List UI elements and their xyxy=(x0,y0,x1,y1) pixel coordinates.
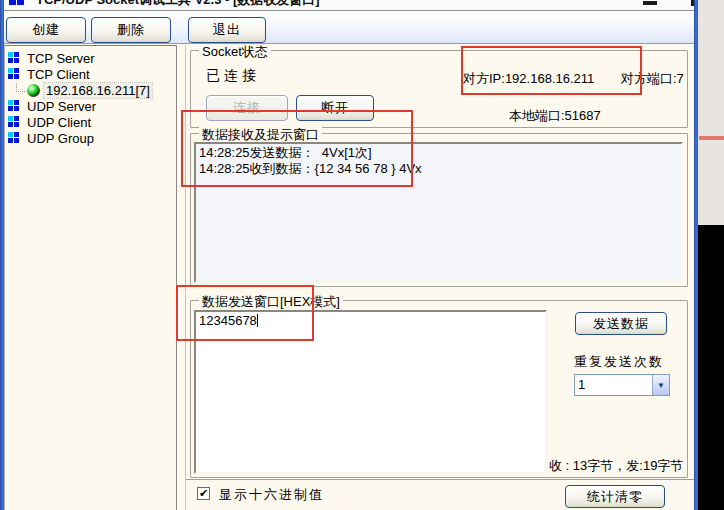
repeat-count-value: 1 xyxy=(575,375,652,395)
tree-branch-line xyxy=(16,83,25,92)
annotation-rect-peer-info xyxy=(461,46,642,95)
repeat-count-select[interactable]: 1 ▼ xyxy=(574,374,670,396)
connection-status: 已连接 xyxy=(206,67,260,85)
connected-socket-icon xyxy=(27,84,40,97)
show-hex-label[interactable]: 显示十六进制值 xyxy=(219,486,324,504)
show-hex-checkbox[interactable]: ✔ xyxy=(197,487,210,500)
tree-item-label: TCP Server xyxy=(25,51,97,66)
group-title: Socket状态 xyxy=(199,43,271,61)
repeat-count-label: 重复发送次数 xyxy=(574,353,664,371)
delete-button[interactable]: 删除 xyxy=(91,17,171,43)
byte-counters: 收 : 13字节，发:19字节 xyxy=(549,457,683,475)
socket-type-icon xyxy=(8,116,20,128)
tree-item-udp-server[interactable]: UDP Server xyxy=(8,98,98,114)
chevron-down-icon[interactable]: ▼ xyxy=(652,375,669,395)
background-window xyxy=(698,225,724,510)
divider xyxy=(186,479,694,481)
socket-type-icon xyxy=(8,68,20,80)
tree-item-udp-client[interactable]: UDP Client xyxy=(8,114,93,130)
window-border-left xyxy=(0,0,4,510)
app-icon xyxy=(9,0,16,5)
socket-type-icon xyxy=(8,52,20,64)
annotation-line-right xyxy=(699,136,724,140)
annotation-rect-send-input xyxy=(176,285,314,341)
socket-type-icon xyxy=(8,132,20,144)
tree-item-label: 192.168.16.211[7] xyxy=(44,83,152,98)
create-button[interactable]: 创建 xyxy=(6,17,86,43)
tree-item-label: TCP Client xyxy=(25,67,92,82)
maximize-icon[interactable] xyxy=(643,1,657,5)
tree-item-label: UDP Server xyxy=(25,99,98,114)
send-data-button[interactable]: 发送数据 xyxy=(575,312,667,335)
local-port-value: 本地端口:51687 xyxy=(509,107,601,125)
tree-item-udp-group[interactable]: UDP Group xyxy=(8,130,96,146)
socket-tree: TCP Server TCP Client 192.168.16.211[7] … xyxy=(4,45,177,510)
desktop-background xyxy=(698,0,724,225)
clear-stats-button[interactable]: 统计清零 xyxy=(565,485,665,508)
app-window: TCP/UDP Socket调试工具 V2.3 - [数据收发窗口] 创建 删除… xyxy=(0,0,724,510)
window-title: TCP/UDP Socket调试工具 V2.3 - [数据收发窗口] xyxy=(36,0,466,7)
tree-item-label: UDP Group xyxy=(25,131,96,146)
tree-item-label: UDP Client xyxy=(25,115,93,130)
annotation-rect-receive-log xyxy=(181,110,413,187)
tree-item-tcp-server[interactable]: TCP Server xyxy=(8,50,97,66)
title-bar: TCP/UDP Socket调试工具 V2.3 - [数据收发窗口] xyxy=(4,0,694,10)
exit-button[interactable]: 退出 xyxy=(188,17,266,43)
toolbar: 创建 删除 退出 xyxy=(4,10,694,44)
socket-type-icon xyxy=(8,100,20,112)
tree-item-connection[interactable]: 192.168.16.211[7] xyxy=(8,82,152,98)
tree-item-tcp-client[interactable]: TCP Client xyxy=(8,66,92,82)
check-icon: ✔ xyxy=(199,488,208,499)
app-icon xyxy=(17,0,24,5)
